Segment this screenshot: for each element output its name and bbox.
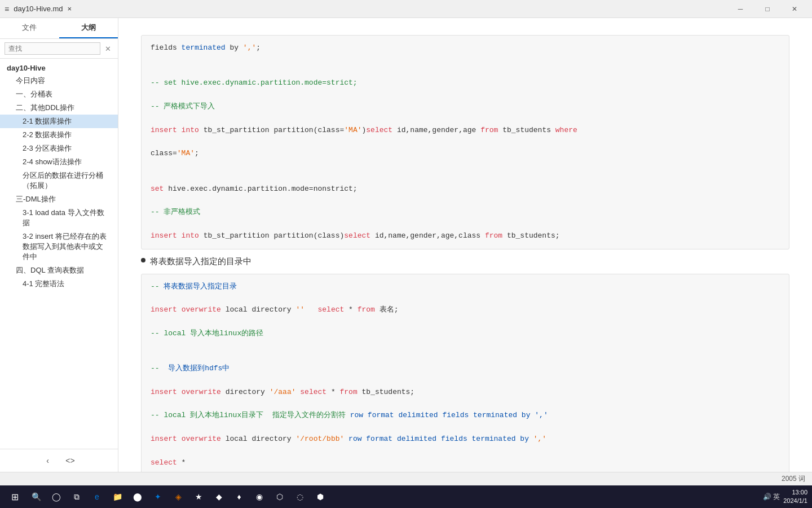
code-block-2: -- 将表数据导入指定目录 insert overwrite local dir…	[141, 274, 789, 472]
sidebar-search-bar: ✕	[0, 39, 118, 59]
start-button[interactable]: ⊞	[5, 487, 25, 507]
tree-item-jrni[interactable]: 今日内容	[0, 74, 118, 87]
tree-item-41[interactable]: 4-1 完整语法	[0, 277, 118, 291]
taskbar-taskview[interactable]: ⧉	[68, 488, 86, 506]
main-container: 文件 大纲 ✕ day10-Hive 今日内容 一、分桶表 二、其他DDL操作 …	[0, 18, 812, 472]
tree-item-32[interactable]: 3-2 insert 将已经存在的表数据写入到其他表中或文件中	[0, 230, 118, 264]
content-area[interactable]: fields terminated by ','; -- set hive.ex…	[118, 18, 812, 472]
taskbar-cortana[interactable]: ◯	[47, 488, 65, 506]
maximize-button[interactable]: □	[754, 0, 780, 18]
taskbar-app4[interactable]: ◉	[250, 488, 268, 506]
tree-item-22[interactable]: 2-2 数据表操作	[0, 128, 118, 142]
bullet-point-1: 将表数据导入指定的目录中	[141, 256, 789, 267]
tab-file[interactable]: 文件	[0, 18, 59, 38]
taskbar-app2[interactable]: ◆	[210, 488, 228, 506]
tree-item-dml[interactable]: 三-DML操作	[0, 192, 118, 206]
nav-back-button[interactable]: ‹	[40, 453, 56, 468]
tree-item-dql[interactable]: 四、DQL 查询表数据	[0, 264, 118, 277]
nav-code-button[interactable]: <>	[63, 453, 78, 468]
content-inner: fields terminated by ','; -- set hive.ex…	[118, 18, 812, 472]
taskbar-vscode[interactable]: ✦	[149, 488, 167, 506]
title-bar-filename: day10-Hive.md	[14, 5, 63, 13]
code-block-1: fields terminated by ','; -- set hive.ex…	[141, 35, 789, 249]
title-bar-modified: ×	[68, 5, 72, 13]
tree-item-fqtz[interactable]: 分区后的数据在进行分桶（拓展）	[0, 169, 118, 192]
taskbar-file-explorer[interactable]: 📁	[108, 488, 126, 506]
tree-item-23[interactable]: 2-3 分区表操作	[0, 142, 118, 155]
menu-icon: ≡	[5, 5, 9, 14]
taskbar-app7[interactable]: ⬢	[311, 488, 329, 506]
tree-item-qitaddl[interactable]: 二、其他DDL操作	[0, 101, 118, 115]
window-controls: ─ □ ✕	[727, 0, 807, 18]
taskbar-clock: 13:002024/1/1	[783, 488, 807, 506]
title-bar-left: ≡ day10-Hive.md ×	[5, 5, 72, 14]
taskbar: ⊞ 🔍 ◯ ⧉ e 📁 ⬤ ✦ ◈ ★ ◆ ♦ ◉ ⬡ ◌ ⬢ 🔊 英 13:0…	[0, 485, 812, 508]
taskbar-search[interactable]: 🔍	[27, 488, 45, 506]
taskbar-chrome[interactable]: ⬤	[129, 488, 147, 506]
sidebar-bottom: ‹ <>	[0, 449, 118, 472]
word-count: 2005 词	[782, 474, 805, 484]
tree-root: day10-Hive	[0, 62, 118, 74]
bullet-dot	[141, 258, 145, 262]
sidebar: 文件 大纲 ✕ day10-Hive 今日内容 一、分桶表 二、其他DDL操作 …	[0, 18, 118, 472]
tray-icons: 🔊 英	[763, 492, 780, 502]
taskbar-idea[interactable]: ◈	[169, 488, 187, 506]
minimize-button[interactable]: ─	[727, 0, 753, 18]
taskbar-app3[interactable]: ♦	[230, 488, 248, 506]
close-button[interactable]: ✕	[782, 0, 807, 18]
bullet-text-1: 将表数据导入指定的目录中	[150, 256, 251, 267]
taskbar-app6[interactable]: ◌	[291, 488, 309, 506]
status-bar: 2005 词	[0, 472, 812, 485]
tree-item-fentong[interactable]: 一、分桶表	[0, 87, 118, 101]
title-bar: ≡ day10-Hive.md × ─ □ ✕	[0, 0, 812, 18]
taskbar-tray: 🔊 英 13:002024/1/1	[763, 488, 807, 506]
tree-item-24[interactable]: 2-4 show语法操作	[0, 155, 118, 169]
sidebar-tabs: 文件 大纲	[0, 18, 118, 39]
taskbar-app1[interactable]: ★	[189, 488, 208, 506]
tree-item-21[interactable]: 2-1 数据库操作	[0, 115, 118, 128]
search-input[interactable]	[5, 42, 100, 55]
tab-outline[interactable]: 大纲	[59, 18, 118, 38]
taskbar-edge[interactable]: e	[88, 488, 106, 506]
taskbar-app5[interactable]: ⬡	[271, 488, 289, 506]
sidebar-tree: day10-Hive 今日内容 一、分桶表 二、其他DDL操作 2-1 数据库操…	[0, 59, 118, 449]
tree-item-31[interactable]: 3-1 load data 导入文件数据	[0, 206, 118, 230]
clear-search-button[interactable]: ✕	[103, 43, 113, 54]
